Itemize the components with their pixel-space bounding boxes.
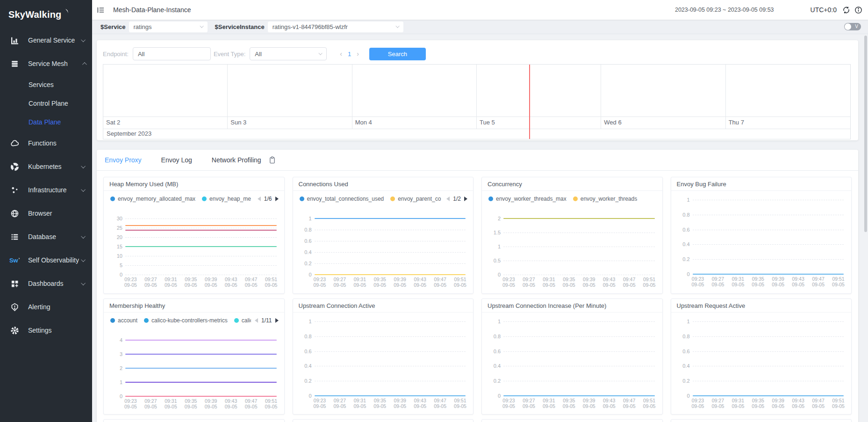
y-axis-tick: 0 <box>672 393 690 399</box>
tab-envoy-proxy[interactable]: Envoy Proxy <box>105 156 142 164</box>
variables-bar: $Service ratings $ServiceInstance rating… <box>92 20 868 34</box>
y-axis-tick: 0.4 <box>483 363 501 369</box>
legend-prev-icon[interactable] <box>255 318 258 323</box>
sidebar-item-functions[interactable]: Functions <box>0 131 92 155</box>
legend-next-icon[interactable] <box>464 196 467 201</box>
sidebar-item-general-service[interactable]: General Service <box>0 29 92 52</box>
legend-prev-icon[interactable] <box>446 196 450 201</box>
chart-plot: 10.80.60.40.2009:2309-0509:2709-0509:310… <box>693 321 844 396</box>
chart-legend: envoy_worker_threads_maxenvoy_worker_thr… <box>482 191 662 204</box>
gridline <box>693 244 844 245</box>
x-axis-tick: 09:3109-05 <box>539 398 559 409</box>
gridline <box>693 259 844 260</box>
x-axis-tick: 09:4709-05 <box>430 398 450 409</box>
pager-prev-icon[interactable]: ‹ <box>336 50 346 58</box>
sidebar-item-dashboards[interactable]: Dashboards <box>0 272 92 295</box>
y-axis-tick: 0.4 <box>672 241 690 247</box>
calendar-day-label: Wed 6 <box>601 117 725 129</box>
legend-item-envoy-memory-allocated-max[interactable]: envoy_memory_allocated_max <box>110 196 195 202</box>
x-axis-labels: 09:2309-0509:2709-0509:3109-0509:3509-05… <box>688 398 849 409</box>
service-select[interactable]: ratings <box>129 22 208 32</box>
y-axis-tick: 0.6 <box>483 349 501 354</box>
legend-dot-icon <box>144 318 149 323</box>
y-axis-tick: 2 <box>105 365 122 371</box>
x-axis-tick: 09:2309-05 <box>121 399 141 409</box>
clipboard-icon[interactable] <box>269 156 276 164</box>
x-axis-tick: 09:2709-05 <box>141 399 161 409</box>
sw-logo-icon: Swʾ <box>10 256 19 265</box>
refresh-icon[interactable] <box>842 6 850 14</box>
search-button[interactable]: Search <box>369 48 426 60</box>
y-axis-tick: 1 <box>294 319 312 324</box>
chart-title: Heap Memory Used (MB) <box>104 177 284 191</box>
sidebar-item-database[interactable]: Database <box>0 225 92 248</box>
gridline <box>125 265 277 266</box>
y-axis-tick: 0.2 <box>672 378 690 384</box>
gridline <box>503 351 655 352</box>
sidebar-item-label: Database <box>28 233 82 240</box>
chart-panel-membership-healthy: Membership Healthyaccountcalico-kube-con… <box>103 298 285 415</box>
y-axis-tick: 1 <box>672 197 690 203</box>
legend-item-calic[interactable]: calic <box>234 317 251 324</box>
sidebar-item-self-observability[interactable]: SwʾSelf Observability <box>0 248 92 272</box>
gridline <box>693 366 844 366</box>
endpoint-input[interactable] <box>133 47 211 60</box>
y-axis-tick: 0.2 <box>294 261 312 266</box>
pager-next-icon[interactable]: › <box>353 50 363 58</box>
legend-item-envoy-worker-threads-max[interactable]: envoy_worker_threads_max <box>488 196 567 202</box>
logo-swoosh-icon <box>63 8 70 15</box>
series-line <box>315 274 466 275</box>
chart-legend: envoy_memory_allocated_maxenvoy_heap_me1… <box>104 191 284 204</box>
time-range[interactable]: 2023-09-05 09:23 ~ 2023-09-05 09:53 <box>675 7 774 13</box>
alert-icon <box>10 303 19 312</box>
x-axis-tick: 09:3109-05 <box>161 277 181 288</box>
info-icon[interactable] <box>854 6 862 14</box>
sidebar-item-control-plane[interactable]: Control Plane <box>0 94 92 113</box>
legend-item-envoy-worker-threads[interactable]: envoy_worker_threads <box>573 196 637 202</box>
sidebar-item-browser[interactable]: Browser <box>0 202 92 225</box>
tab-network-profiling[interactable]: Network Profiling <box>212 156 261 164</box>
sidebar-item-kubernetes[interactable]: Kubernetes <box>0 155 92 178</box>
y-axis-tick: 1 <box>483 319 501 324</box>
sidebar-item-services[interactable]: Services <box>0 75 92 94</box>
x-axis-tick: 09:3509-05 <box>559 277 579 288</box>
sidebar-item-infrastructure[interactable]: Infrastructure <box>0 178 92 202</box>
y-axis-tick: 0 <box>483 272 501 277</box>
legend-next-icon[interactable] <box>275 318 279 323</box>
calendar-day-label: Sun 3 <box>228 117 352 129</box>
event-type-select[interactable]: All <box>250 47 327 60</box>
sidebar-item-service-mesh[interactable]: Service Mesh <box>0 52 92 75</box>
x-axis-tick: 09:4309-05 <box>410 398 430 409</box>
skywalking-logo: SkyWalking <box>0 0 92 25</box>
legend-prev-icon[interactable] <box>258 196 261 201</box>
y-axis-tick: 0.2 <box>294 378 312 384</box>
legend-item-envoy-total-connections-used[interactable]: envoy_total_connections_used <box>300 196 384 202</box>
legend-next-icon[interactable] <box>275 196 279 201</box>
x-axis-labels: 09:2309-0509:2709-0509:3109-0509:3509-05… <box>121 399 281 409</box>
event-type-value: All <box>255 51 261 58</box>
gridline <box>503 275 655 275</box>
sidebar-item-data-plane[interactable]: Data Plane <box>0 113 92 131</box>
x-axis-tick: 09:3509-05 <box>748 398 768 409</box>
y-axis-tick: 1 <box>672 319 690 324</box>
service-instance-select[interactable]: ratings-v1-844796bf85-wlzfr <box>268 22 403 32</box>
gridline <box>125 256 277 256</box>
view-toggle[interactable]: V <box>844 23 861 30</box>
legend-item-calico-kube-controllers-metrics[interactable]: calico-kube-controllers-metrics <box>144 317 228 324</box>
vertical-scrollbar[interactable] <box>864 36 867 232</box>
x-axis-tick: 09:4309-05 <box>599 277 619 288</box>
chart-plot: 4321009:2309-0509:2709-0509:3109-0509:35… <box>125 340 277 396</box>
legend-item-envoy-parent-co[interactable]: envoy_parent_co <box>390 196 441 202</box>
service-instance-value: ratings-v1-844796bf85-wlzfr <box>273 23 393 30</box>
legend-item-envoy-heap-me[interactable]: envoy_heap_me <box>202 196 251 202</box>
sidebar-item-settings[interactable]: Settings <box>0 319 92 342</box>
y-axis-tick: 1.5 <box>483 230 501 235</box>
collapse-menu-icon[interactable] <box>97 6 105 14</box>
legend-item-account[interactable]: account <box>110 317 137 324</box>
gridline <box>693 321 844 322</box>
y-axis-tick: 3 <box>105 351 122 357</box>
sidebar-item-alerting[interactable]: Alerting <box>0 295 92 319</box>
tab-envoy-log[interactable]: Envoy Log <box>161 156 192 164</box>
legend-dot-icon <box>202 196 207 201</box>
x-axis-tick: 09:3509-05 <box>748 276 768 287</box>
